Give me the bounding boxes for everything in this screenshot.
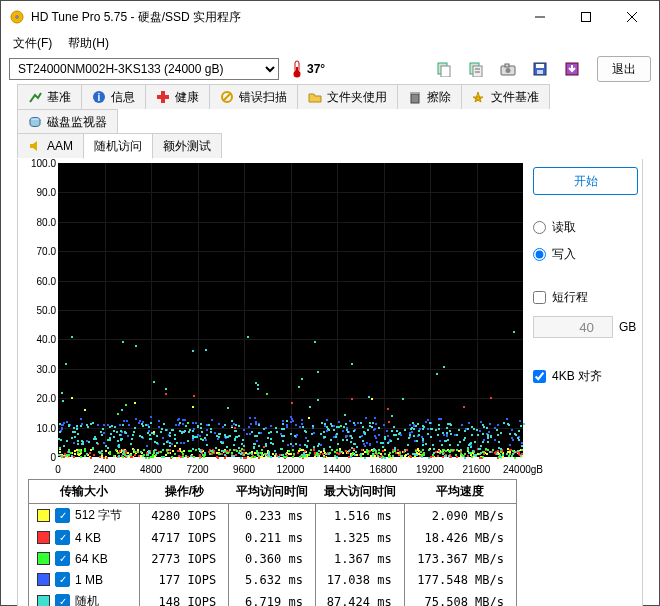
tab-erase[interactable]: 擦除 [397, 84, 462, 109]
table-row: ✓512 字节4280 IOPS0.233 ms1.516 ms2.090 MB… [29, 504, 516, 528]
write-radio[interactable]: 写入 [533, 246, 638, 263]
titlebar: HD Tune Pro 5.75 - 硬盘/SSD 实用程序 [1, 1, 659, 33]
app-icon [9, 9, 25, 25]
svg-text:i: i [98, 92, 101, 103]
svg-line-27 [223, 93, 231, 101]
minimize-button[interactable] [517, 1, 563, 33]
svg-point-16 [506, 68, 511, 73]
svg-rect-10 [441, 66, 450, 77]
menu-file[interactable]: 文件(F) [7, 33, 58, 54]
y-unit: ms [60, 161, 73, 172]
folder-icon [308, 90, 322, 104]
side-panel: 开始 读取 写入 短行程 GB 4KB 对齐 [533, 163, 638, 606]
maximize-button[interactable] [563, 1, 609, 33]
th-size: 传输大小 [29, 480, 140, 504]
erase-icon [408, 90, 422, 104]
close-button[interactable] [609, 1, 655, 33]
tab-info[interactable]: i信息 [81, 84, 146, 109]
shorttrip-check[interactable]: 短行程 [533, 289, 638, 306]
svg-rect-19 [536, 64, 544, 68]
shorttrip-value: GB [533, 316, 638, 338]
filebench-icon [472, 90, 486, 104]
save-button[interactable] [527, 56, 553, 82]
drive-select[interactable]: ST24000NM002H-3KS133 (24000 gB) [9, 58, 279, 80]
table-row: ✓1 MB177 IOPS5.632 ms17.038 ms177.548 MB… [29, 569, 516, 590]
svg-point-1 [15, 15, 19, 19]
menubar: 文件(F) 帮助(H) [1, 33, 659, 54]
tabs: 基准 i信息 健康 错误扫描 文件夹使用 擦除 文件基准 磁盘监视器 AAM 随… [1, 84, 659, 159]
tab-benchmark[interactable]: 基准 [17, 84, 82, 109]
tab-random[interactable]: 随机访问 [83, 133, 153, 159]
health-icon [156, 90, 170, 104]
tab-filebench[interactable]: 文件基准 [461, 84, 550, 109]
results-table: 传输大小 操作/秒 平均访问时间 最大访问时间 平均速度 ✓512 字节4280… [28, 479, 517, 606]
thermometer-icon [291, 60, 303, 78]
svg-rect-3 [582, 13, 591, 22]
svg-rect-25 [157, 95, 169, 99]
error-icon [220, 90, 234, 104]
align-check[interactable]: 4KB 对齐 [533, 368, 638, 385]
left-pane: ms 010.020.030.040.050.060.070.080.090.0… [22, 163, 523, 606]
th-max: 最大访问时间 [315, 480, 404, 504]
table-row: ✓64 KB2773 IOPS0.360 ms1.367 ms173.367 M… [29, 548, 516, 569]
svg-rect-20 [537, 70, 543, 74]
access-time-chart: ms 010.020.030.040.050.060.070.080.090.0… [28, 163, 523, 475]
exit-button[interactable]: 退出 [597, 56, 651, 82]
copy-text-button[interactable] [463, 56, 489, 82]
tab-health[interactable]: 健康 [145, 84, 210, 109]
screenshot-button[interactable] [495, 56, 521, 82]
shorttrip-input [533, 316, 613, 338]
window-title: HD Tune Pro 5.75 - 硬盘/SSD 实用程序 [31, 9, 517, 26]
load-button[interactable] [559, 56, 585, 82]
start-button[interactable]: 开始 [533, 167, 638, 195]
info-icon: i [92, 90, 106, 104]
table-row: ✓4 KB4717 IOPS0.211 ms1.325 ms18.426 MB/… [29, 527, 516, 548]
tab-extra[interactable]: 额外测试 [152, 133, 222, 158]
th-ops: 操作/秒 [140, 480, 229, 504]
th-speed: 平均速度 [404, 480, 516, 504]
tab-aam[interactable]: AAM [17, 133, 84, 158]
benchmark-icon [28, 90, 42, 104]
read-radio[interactable]: 读取 [533, 219, 638, 236]
temperature: 37° [291, 60, 325, 78]
menu-help[interactable]: 帮助(H) [62, 33, 115, 54]
speaker-icon [28, 139, 42, 153]
svg-rect-28 [411, 94, 419, 103]
toolbar: ST24000NM002H-3KS133 (24000 gB) 37° 退出 [1, 54, 659, 84]
app-window: HD Tune Pro 5.75 - 硬盘/SSD 实用程序 文件(F) 帮助(… [0, 0, 660, 606]
th-avg: 平均访问时间 [229, 480, 316, 504]
svg-rect-8 [296, 67, 298, 73]
diskmon-icon [28, 115, 42, 129]
table-row: ✓随机148 IOPS6.719 ms87.424 ms75.508 MB/s [29, 590, 516, 606]
svg-rect-17 [505, 64, 509, 67]
tab-errorscan[interactable]: 错误扫描 [209, 84, 298, 109]
svg-rect-29 [410, 92, 420, 94]
copy-info-button[interactable] [431, 56, 457, 82]
tab-folderusage[interactable]: 文件夹使用 [297, 84, 398, 109]
tab-diskmon[interactable]: 磁盘监视器 [17, 109, 118, 134]
client-area: ms 010.020.030.040.050.060.070.080.090.0… [17, 159, 643, 606]
